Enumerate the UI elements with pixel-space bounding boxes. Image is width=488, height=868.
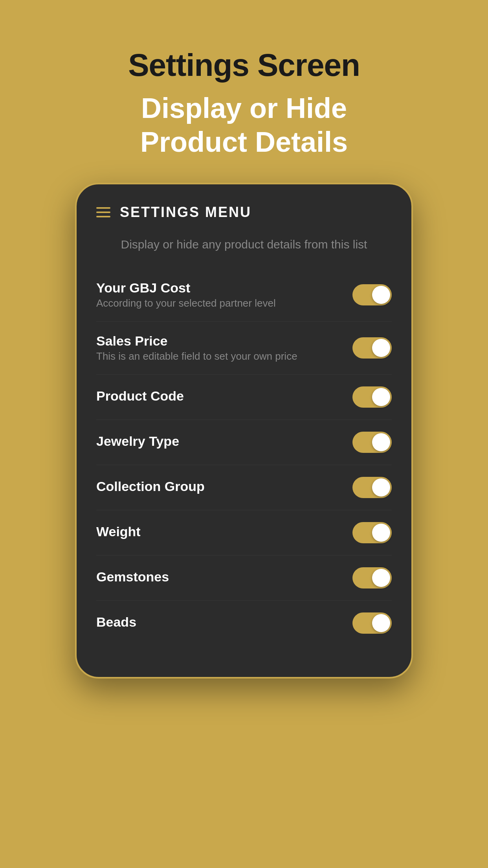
toggle-knob-collection-group xyxy=(372,478,390,497)
item-text-beads: Beads xyxy=(96,614,352,631)
settings-item-gemstones: Gemstones xyxy=(96,555,392,601)
description-text: Display or hide any product details from… xyxy=(77,232,411,268)
toggle-knob-sales-price xyxy=(372,339,390,357)
item-label-gemstones: Gemstones xyxy=(96,569,352,585)
page-subtitle: Display or HideProduct Details xyxy=(128,91,360,159)
item-label-gbj-cost: Your GBJ Cost xyxy=(96,280,352,296)
settings-item-beads: Beads xyxy=(96,601,392,645)
item-label-product-code: Product Code xyxy=(96,388,352,404)
toggle-knob-gemstones xyxy=(372,569,390,587)
settings-item-jewelry-type: Jewelry Type xyxy=(96,420,392,465)
toggle-knob-jewelry-type xyxy=(372,433,390,451)
settings-item-gbj-cost: Your GBJ Cost According to your selected… xyxy=(96,268,392,322)
settings-header: SETTINGS MENU xyxy=(77,184,411,232)
hamburger-line-1 xyxy=(96,207,110,209)
item-label-collection-group: Collection Group xyxy=(96,479,352,494)
toggle-knob-weight xyxy=(372,524,390,542)
item-label-sales-price: Sales Price xyxy=(96,333,352,349)
item-text-jewelry-type: Jewelry Type xyxy=(96,434,352,451)
settings-menu-title: SETTINGS MENU xyxy=(120,204,251,221)
item-label-weight: Weight xyxy=(96,524,352,539)
settings-item-product-code: Product Code xyxy=(96,375,392,420)
item-label-beads: Beads xyxy=(96,614,352,630)
toggle-jewelry-type[interactable] xyxy=(352,432,392,453)
settings-item-weight: Weight xyxy=(96,510,392,555)
page-header: Settings Screen Display or HideProduct D… xyxy=(128,0,360,159)
item-text-product-code: Product Code xyxy=(96,388,352,405)
item-text-gemstones: Gemstones xyxy=(96,569,352,586)
settings-item-sales-price: Sales Price This is an editable field to… xyxy=(96,322,392,375)
item-text-weight: Weight xyxy=(96,524,352,541)
toggle-collection-group[interactable] xyxy=(352,477,392,498)
hamburger-line-2 xyxy=(96,211,110,213)
phone-frame: SETTINGS MENU Display or hide any produc… xyxy=(75,183,413,679)
toggle-sales-price[interactable] xyxy=(352,337,392,359)
item-text-gbj-cost: Your GBJ Cost According to your selected… xyxy=(96,280,352,309)
toggle-knob-product-code xyxy=(372,388,390,406)
settings-item-collection-group: Collection Group xyxy=(96,465,392,510)
hamburger-line-3 xyxy=(96,216,110,217)
item-text-collection-group: Collection Group xyxy=(96,479,352,496)
hamburger-icon[interactable] xyxy=(96,207,110,217)
toggle-knob-gbj-cost xyxy=(372,286,390,304)
settings-list: Your GBJ Cost According to your selected… xyxy=(77,268,411,645)
item-sublabel-sales-price: This is an editable field to set your ow… xyxy=(96,350,352,362)
toggle-gemstones[interactable] xyxy=(352,567,392,588)
toggle-knob-beads xyxy=(372,614,390,632)
item-sublabel-gbj-cost: According to your selected partner level xyxy=(96,297,352,309)
toggle-beads[interactable] xyxy=(352,612,392,634)
item-text-sales-price: Sales Price This is an editable field to… xyxy=(96,333,352,362)
toggle-product-code[interactable] xyxy=(352,386,392,408)
toggle-gbj-cost[interactable] xyxy=(352,284,392,305)
item-label-jewelry-type: Jewelry Type xyxy=(96,434,352,449)
toggle-weight[interactable] xyxy=(352,522,392,543)
page-title: Settings Screen xyxy=(128,47,360,83)
